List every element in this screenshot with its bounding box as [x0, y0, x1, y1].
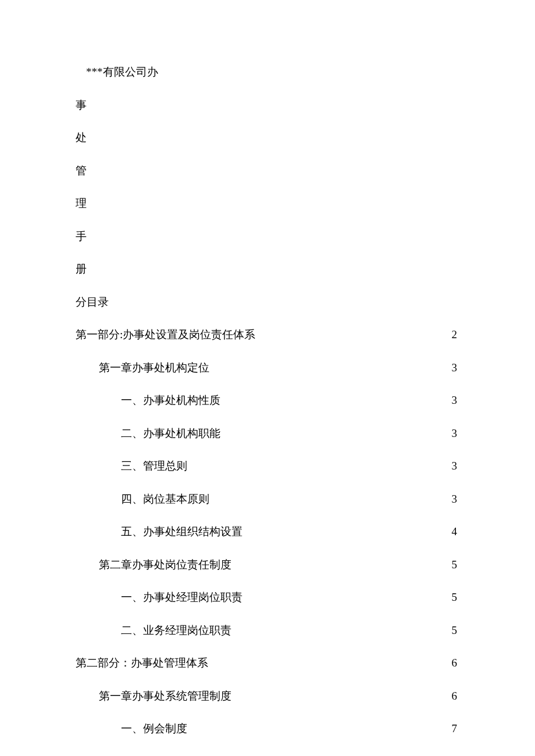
toc-label: 三、管理总则 [121, 458, 187, 475]
toc-label: 一、办事处经理岗位职责 [121, 589, 242, 606]
toc-label: 一、办事处机构性质 [121, 392, 220, 409]
toc-label: 五、办事处组织结构设置 [121, 524, 242, 540]
toc-label: 二、办事处机构职能 [121, 425, 220, 442]
title-part-4: 理 [76, 195, 459, 212]
toc-entry: 三、管理总则 3 [76, 458, 457, 475]
title-part-2: 处 [76, 130, 459, 146]
title-part-0: ***有限公司办 [76, 64, 459, 81]
toc-page: 5 [452, 557, 458, 574]
toc-label: 四、岗位基本原则 [121, 491, 209, 508]
toc-heading: 分目录 [76, 294, 459, 311]
toc-container: 第一部分:办事处设置及岗位责任体系 2 第一章办事处机构定位 3 一、办事处机构… [76, 327, 457, 756]
toc-label: 二、考勤制度 [121, 754, 187, 757]
toc-entry: 第一部分:办事处设置及岗位责任体系 2 [76, 327, 457, 343]
toc-entry: 二、业务经理岗位职责 5 [76, 622, 457, 639]
title-part-3: 管 [76, 163, 459, 180]
toc-page: 3 [452, 425, 458, 442]
toc-page: 3 [452, 458, 458, 475]
toc-label: 一、例会制度 [121, 721, 187, 737]
toc-entry: 五、办事处组织结构设置 4 [76, 524, 457, 540]
toc-label: 第二章办事处岗位责任制度 [99, 557, 231, 574]
title-part-6: 册 [76, 261, 459, 278]
toc-page: 5 [452, 622, 458, 639]
toc-entry: 二、办事处机构职能 3 [76, 425, 457, 442]
toc-label: 二、业务经理岗位职责 [121, 622, 231, 639]
toc-page: 3 [452, 491, 458, 508]
toc-entry: 四、岗位基本原则 3 [76, 491, 457, 508]
toc-page: 2 [452, 327, 458, 343]
toc-label: 第一章办事处系统管理制度 [99, 688, 231, 705]
toc-page: 7 [452, 721, 458, 737]
toc-page: 6 [452, 688, 458, 705]
toc-entry: 二、考勤制度 7 [76, 754, 457, 757]
toc-label: 第一章办事处机构定位 [99, 360, 209, 377]
title-part-5: 手 [76, 228, 459, 245]
toc-entry: 第二部分：办事处管理体系 6 [76, 655, 457, 672]
toc-page: 3 [452, 360, 458, 377]
toc-page: 4 [452, 524, 458, 540]
toc-entry: 第一章办事处系统管理制度 6 [76, 688, 457, 705]
toc-page: 6 [452, 655, 458, 672]
toc-entry: 一、办事处经理岗位职责 5 [76, 589, 457, 606]
toc-label: 第一部分:办事处设置及岗位责任体系 [76, 327, 255, 343]
toc-label: 第二部分：办事处管理体系 [76, 655, 208, 672]
title-part-1: 事 [76, 97, 459, 114]
toc-entry: 第二章办事处岗位责任制度 5 [76, 557, 457, 574]
toc-page: 7 [452, 754, 458, 757]
toc-entry: 第一章办事处机构定位 3 [76, 360, 457, 377]
document-page: ***有限公司办 事 处 管 理 手 册 分目录 第一部分:办事处设置及岗位责任… [0, 0, 535, 756]
toc-entry: 一、办事处机构性质 3 [76, 392, 457, 409]
toc-page: 3 [452, 392, 458, 409]
toc-page: 5 [452, 589, 458, 606]
toc-entry: 一、例会制度 7 [76, 721, 457, 737]
